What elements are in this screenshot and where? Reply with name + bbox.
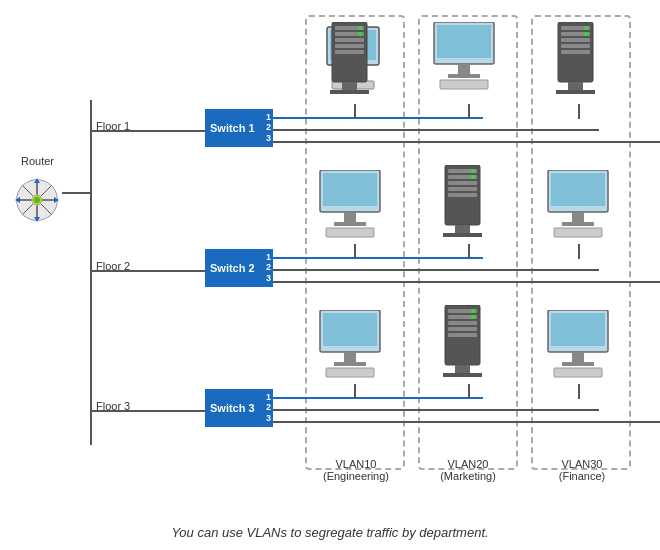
s1-vlan3-line: [273, 141, 660, 143]
switch-1-label: Switch 1: [210, 122, 264, 134]
svg-rect-33: [323, 313, 377, 346]
s1-vlan2-line: [273, 129, 599, 131]
switch-3-port-2: 2: [266, 403, 271, 412]
s3-vlan1-line: [273, 397, 483, 399]
svg-rect-56: [448, 327, 477, 331]
s2-vlan1-line: [273, 257, 483, 259]
svg-rect-21: [335, 44, 364, 48]
svg-rect-40: [448, 74, 480, 78]
desktop-f2-v30: [544, 170, 612, 245]
s3-vlan3-line: [273, 421, 660, 423]
svg-rect-47: [448, 193, 477, 197]
switch-3-label: Switch 3: [210, 402, 264, 414]
v20-f2-vert: [468, 244, 470, 259]
trunk-line: [90, 100, 92, 445]
svg-rect-39: [458, 64, 470, 74]
svg-rect-31: [326, 228, 374, 237]
s2-vlan3-line: [273, 281, 660, 283]
svg-rect-28: [323, 173, 377, 206]
svg-rect-50: [455, 225, 470, 233]
svg-rect-79: [572, 352, 584, 362]
server-f1-v30: [548, 22, 603, 104]
svg-rect-38: [437, 25, 491, 58]
svg-rect-78: [551, 313, 605, 346]
svg-rect-36: [326, 368, 374, 377]
switch-1-port-1: 1: [266, 113, 271, 122]
v10-f3-vert: [354, 384, 356, 399]
s1-vlan1-line: [273, 117, 483, 119]
svg-point-59: [471, 315, 475, 319]
svg-rect-35: [334, 362, 366, 366]
switch-1-port-3: 3: [266, 134, 271, 143]
desktop-f3-v10: [316, 310, 384, 385]
switch-3-ports: 1 2 3: [264, 389, 273, 427]
svg-rect-81: [554, 368, 602, 377]
server-f2-v20: [435, 165, 490, 247]
desktop-f3-v30: [544, 310, 612, 385]
switch-2-ports: 1 2 3: [264, 249, 273, 287]
svg-rect-66: [561, 44, 590, 48]
switch-1-port-2: 2: [266, 123, 271, 132]
svg-rect-30: [334, 222, 366, 226]
svg-rect-73: [551, 173, 605, 206]
desktop-f1-v20: [430, 22, 498, 97]
svg-rect-61: [443, 373, 482, 377]
v30-f3-vert: [578, 384, 580, 399]
network-diagram: Router Floor 1 Switch 1 1 2 3: [0, 0, 660, 510]
switch-2-box: Switch 2 1 2 3: [205, 249, 273, 287]
svg-rect-57: [448, 333, 477, 337]
svg-rect-26: [330, 90, 369, 94]
switch-3-port-1: 1: [266, 393, 271, 402]
svg-point-69: [584, 32, 588, 36]
svg-rect-76: [554, 228, 602, 237]
svg-rect-22: [335, 50, 364, 54]
svg-point-24: [358, 32, 362, 36]
svg-rect-60: [455, 365, 470, 373]
floor-1-line: [90, 130, 205, 132]
svg-rect-65: [561, 38, 590, 42]
router-label: Router: [10, 155, 65, 167]
switch-2-port-3: 3: [266, 274, 271, 283]
v10-f1-vert: [354, 104, 356, 119]
v20-f3-vert: [468, 384, 470, 399]
vlan10-label: VLAN10 (Engineering): [308, 458, 404, 482]
vlan30-label: VLAN30 (Finance): [534, 458, 630, 482]
svg-point-48: [471, 169, 475, 173]
switch-1-box: Switch 1 1 2 3: [205, 109, 273, 147]
svg-rect-34: [344, 352, 356, 362]
svg-rect-20: [335, 38, 364, 42]
switch-3-box: Switch 3 1 2 3: [205, 389, 273, 427]
svg-rect-80: [562, 362, 594, 366]
svg-point-23: [358, 26, 362, 30]
svg-rect-71: [556, 90, 595, 94]
switch-2-port-1: 1: [266, 253, 271, 262]
floor-2-line: [90, 270, 205, 272]
switch-3-port-3: 3: [266, 414, 271, 423]
svg-point-58: [471, 309, 475, 313]
server-f3-v20: [435, 305, 490, 387]
svg-point-68: [584, 26, 588, 30]
svg-rect-29: [344, 212, 356, 222]
svg-rect-74: [572, 212, 584, 222]
svg-rect-55: [448, 321, 477, 325]
svg-rect-75: [562, 222, 594, 226]
svg-rect-70: [568, 82, 583, 90]
svg-rect-67: [561, 50, 590, 54]
router-icon: [10, 168, 65, 223]
svg-rect-25: [342, 82, 357, 90]
v10-f2-vert: [354, 244, 356, 259]
svg-rect-45: [448, 181, 477, 185]
svg-point-49: [471, 175, 475, 179]
desktop-f2-v10: [316, 170, 384, 245]
router-to-trunk: [62, 192, 92, 194]
svg-rect-46: [448, 187, 477, 191]
switch-2-label: Switch 2: [210, 262, 264, 274]
v30-f2-vert: [578, 244, 580, 259]
switch-1-ports: 1 2 3: [264, 109, 273, 147]
v20-f1-vert: [468, 104, 470, 119]
floor-3-line: [90, 410, 205, 412]
switch-2-port-2: 2: [266, 263, 271, 272]
server-f1-v10: [322, 22, 377, 104]
caption: You can use VLANs to segregate traffic b…: [0, 525, 660, 540]
s3-vlan2-line: [273, 409, 599, 411]
